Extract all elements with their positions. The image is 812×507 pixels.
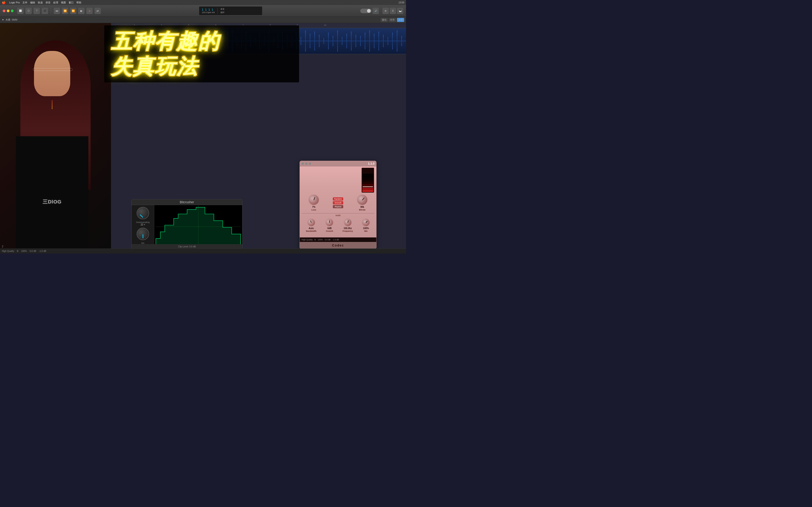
menu-process[interactable]: 处理: [53, 1, 58, 4]
svg-rect-112: [360, 36, 361, 46]
volume-slider[interactable]: [360, 9, 371, 13]
master-volume[interactable]: 🔊: [372, 8, 379, 14]
shirt-text: 三DlOG: [27, 193, 77, 211]
svg-rect-118: [388, 37, 388, 45]
codec-controls: 7% Loss Random Smooth Repeat 90k Bitrate…: [300, 192, 376, 234]
svg-rect-109: [346, 34, 347, 48]
vu-bars: [362, 168, 374, 192]
crunch-knob-group: 0dB Crunch: [325, 218, 334, 232]
crunch-knob[interactable]: [325, 218, 334, 227]
browse-button[interactable]: ⬛: [42, 8, 48, 14]
svg-rect-121: [401, 36, 402, 46]
mix-knob[interactable]: [137, 228, 149, 240]
menu-edit[interactable]: 编辑: [30, 1, 35, 4]
grid-btn[interactable]: ⊞: [383, 8, 389, 14]
back-btn[interactable]: ⏪: [62, 8, 68, 14]
menu-record[interactable]: 录音: [46, 1, 51, 4]
minimize-button[interactable]: [7, 9, 9, 12]
bitcrusher-content: Downsampling 22 × Mix 100.00 % 0: [132, 205, 242, 248]
width-label: Width: [326, 214, 350, 217]
system-time: 13:59: [399, 1, 404, 4]
loss-value: 7%: [312, 206, 315, 208]
help-button[interactable]: ?: [34, 8, 40, 14]
bandwidth-value: Auto: [309, 227, 314, 229]
apple-menu[interactable]: 🍎: [2, 1, 6, 4]
codec-header: 1.1.0: [300, 161, 376, 166]
piano-btn[interactable]: 🎹: [397, 8, 403, 14]
close-button[interactable]: [3, 9, 5, 12]
status-quality: High Quality: [2, 250, 14, 252]
codec-minimize[interactable]: [305, 163, 307, 165]
codec-quality: High Quality: [302, 238, 313, 241]
quantize-btn[interactable]: 量化: [380, 18, 388, 22]
record-btn[interactable]: ●: [86, 8, 93, 14]
svg-rect-106: [333, 36, 333, 46]
codec-footer: Codec: [300, 242, 376, 249]
status-db2: -1.0 dB: [39, 250, 46, 252]
codec-panel: 1.1.0: [300, 161, 376, 249]
svg-rect-117: [383, 35, 384, 47]
ruler-mark-10: 10: [324, 24, 326, 26]
bandwidth-knob-group: Auto Bandwidth: [306, 218, 316, 232]
repeat-button[interactable]: Repeat: [333, 205, 343, 208]
info-button[interactable]: ⓘ: [26, 8, 32, 14]
menu-help[interactable]: 帮助: [77, 1, 81, 4]
frequency-knob-group: 150.0hz Frequency: [343, 218, 353, 232]
downsampling-label: Downsampling 22 ×: [136, 221, 150, 226]
necklace: [52, 100, 52, 109]
bitrate-knob[interactable]: [357, 194, 368, 205]
menu-view[interactable]: 视图: [61, 1, 66, 4]
svg-rect-120: [397, 30, 397, 52]
velocity-btn[interactable]: 速度: [397, 18, 404, 22]
transport-display: 1 1 1 1 120.0 bpm 4/4 录音 循环: [199, 6, 262, 15]
codec-expand[interactable]: [309, 163, 311, 165]
play-btn[interactable]: ▶: [78, 8, 85, 14]
title-line1: 五种有趣的: [111, 30, 292, 53]
snap-btn[interactable]: 对齐: [389, 18, 396, 22]
menu-window[interactable]: 窗口: [69, 1, 73, 4]
bitrate-value: 90k: [360, 206, 364, 208]
track-toggle[interactable]: ▼: [2, 18, 4, 21]
frequency-label: Frequency: [343, 230, 353, 232]
crunch-label: Crunch: [326, 230, 333, 232]
codec-db1: 0.0 dB: [325, 238, 331, 241]
loss-knob-group: 7% Loss: [308, 194, 319, 211]
cycle-btn[interactable]: ⇄: [95, 8, 101, 14]
status-db1: 0.0 dB: [30, 250, 36, 252]
secondary-toolbar: ▼ 大类 MMM 量化 对齐 速度: [0, 17, 406, 23]
traffic-lights: [3, 9, 14, 12]
width-section: Width: [302, 213, 374, 218]
section-label: 大类: [5, 18, 10, 21]
frequency-knob[interactable]: [344, 218, 352, 227]
codec-vu-section: [300, 166, 376, 192]
main-toolbar: ⬜ ⓘ ? ⬛ ⏮ ⏪ ⏩ ▶ ● ⇄ 1 1 1 1 120.0 bpm 4/…: [0, 5, 406, 17]
list-btn[interactable]: ☰: [390, 8, 396, 14]
maximize-button[interactable]: [11, 9, 14, 12]
menu-file[interactable]: 文件: [22, 1, 28, 4]
lib-button[interactable]: ⬜: [17, 8, 23, 14]
svg-rect-119: [392, 33, 393, 49]
loss-knob[interactable]: [308, 194, 319, 205]
status-bar: High Quality B 100% 0.0 dB -1.0 dB: [0, 248, 406, 253]
svg-rect-107: [337, 30, 338, 52]
codec-version: 1.1.0: [368, 162, 374, 165]
glasses: [33, 68, 72, 71]
menu-track[interactable]: 轨道: [38, 1, 43, 4]
bitrate-knob-group: 90k Bitrate: [357, 194, 368, 211]
codec-bottom-bar: High Quality B 100% 0.0 dB -1.0 dB: [300, 237, 376, 242]
menu-bar: 🍎 Logic Pro 文件 编辑 轨道 录音 处理 视图 窗口 帮助 13:5…: [0, 0, 406, 5]
random-button[interactable]: Random: [333, 198, 343, 201]
additional-info: 录音 循环: [220, 8, 224, 14]
vu-meter: [362, 168, 374, 192]
codec-close[interactable]: [302, 163, 304, 165]
mix-knob[interactable]: [362, 218, 370, 227]
rewind-btn[interactable]: ⏮: [54, 8, 60, 14]
downsampling-knob[interactable]: [137, 207, 149, 219]
bpm-display: 120.0 bpm 4/4: [202, 11, 215, 13]
title-line2: 失真玩法: [111, 55, 292, 78]
smooth-button[interactable]: Smooth: [333, 201, 343, 205]
menu-logicpro[interactable]: Logic Pro: [9, 1, 20, 4]
track-number: 2: [2, 245, 3, 248]
forward-btn[interactable]: ⏩: [70, 8, 77, 14]
bandwidth-knob[interactable]: [307, 218, 315, 227]
